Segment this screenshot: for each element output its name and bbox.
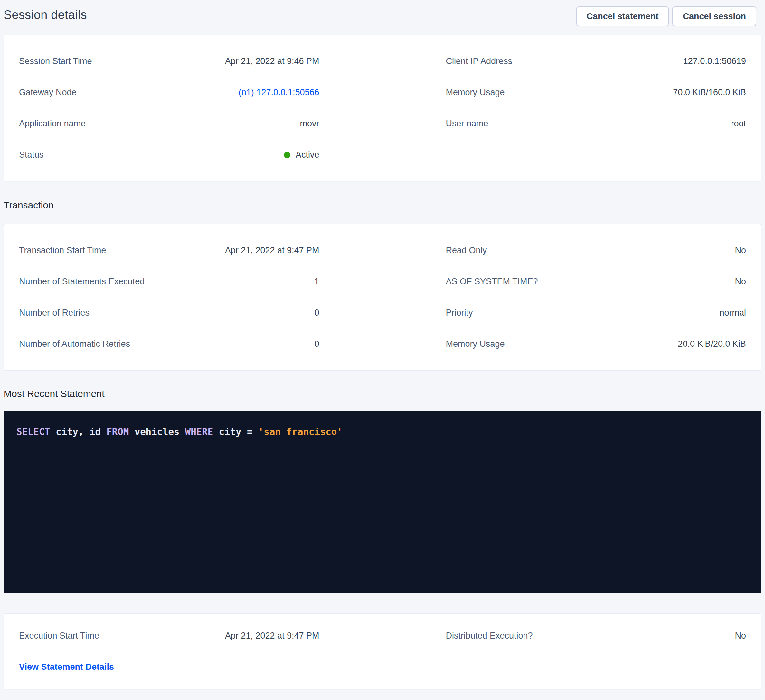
row-label: Distributed Execution?	[445, 631, 532, 641]
gateway-node-link[interactable]: (n1) 127.0.0.1:50566	[239, 88, 320, 97]
status-text: Active	[296, 150, 320, 160]
client-ip-row: Client IP Address 127.0.0.1:50619	[445, 46, 746, 77]
row-value: Apr 21, 2022 at 9:46 PM	[225, 56, 320, 66]
sql-keyword: FROM	[106, 426, 129, 437]
row-label: Transaction Start Time	[19, 245, 106, 256]
execution-start-time-row: Execution Start Time Apr 21, 2022 at 9:4…	[19, 620, 320, 651]
row-value: No	[735, 277, 746, 287]
row-value: 127.0.0.1:50619	[683, 56, 746, 66]
execution-card-right-column: Distributed Execution? No	[445, 620, 746, 683]
status-active-dot-icon	[284, 152, 290, 158]
row-label: Status	[19, 150, 44, 160]
as-of-system-time-row: AS OF SYSTEM TIME? No	[445, 266, 746, 297]
row-value: normal	[719, 308, 746, 318]
sql-keyword: SELECT	[16, 426, 50, 437]
row-value: No	[735, 245, 746, 256]
row-value: 0	[315, 339, 320, 349]
row-value: Apr 21, 2022 at 9:47 PM	[225, 245, 320, 256]
session-card-left-column: Session Start Time Apr 21, 2022 at 9:46 …	[19, 46, 320, 171]
session-details-page: Session details Cancel statement Cancel …	[0, 0, 765, 689]
row-label: Number of Automatic Retries	[19, 339, 130, 349]
transaction-card-left-column: Transaction Start Time Apr 21, 2022 at 9…	[19, 235, 320, 359]
sql-text: vehicles	[129, 426, 185, 437]
transaction-card-right-column: Read Only No AS OF SYSTEM TIME? No Prior…	[445, 235, 746, 359]
transaction-section-heading: Transaction	[3, 199, 762, 212]
row-label: Memory Usage	[445, 88, 505, 97]
session-start-time-row: Session Start Time Apr 21, 2022 at 9:46 …	[19, 46, 320, 77]
row-label: Memory Usage	[445, 339, 505, 349]
sql-text: city, id	[50, 426, 107, 437]
row-value: 20.0 KiB/20.0 KiB	[678, 339, 746, 349]
row-label: Client IP Address	[445, 56, 512, 66]
view-statement-details-row: View Statement Details	[19, 651, 320, 683]
number-of-retries-row: Number of Retries 0	[19, 297, 320, 328]
row-label: Number of Statements Executed	[19, 277, 145, 287]
most-recent-statement-heading: Most Recent Statement	[3, 387, 762, 400]
sql-statement: SELECT city, id FROM vehicles WHERE city…	[16, 425, 749, 438]
row-label: Number of Retries	[19, 308, 90, 318]
transaction-start-time-row: Transaction Start Time Apr 21, 2022 at 9…	[19, 235, 320, 266]
row-value: 0	[315, 308, 320, 318]
sql-text: city =	[213, 426, 258, 437]
sql-string-literal: 'san francisco'	[258, 426, 343, 437]
row-value: movr	[300, 119, 320, 129]
read-only-row: Read Only No	[445, 235, 746, 266]
transaction-card: Transaction Start Time Apr 21, 2022 at 9…	[3, 224, 762, 370]
statements-executed-row: Number of Statements Executed 1	[19, 266, 320, 297]
row-value: Apr 21, 2022 at 9:47 PM	[225, 631, 320, 641]
status-row: Status Active	[19, 139, 320, 171]
header-actions: Cancel statement Cancel session	[576, 6, 756, 27]
row-value: No	[735, 631, 746, 641]
transaction-memory-usage-row: Memory Usage 20.0 KiB/20.0 KiB	[445, 328, 746, 359]
memory-usage-row: Memory Usage 70.0 KiB/160.0 KiB	[445, 77, 746, 108]
gateway-node-row: Gateway Node (n1) 127.0.0.1:50566	[19, 77, 320, 108]
user-name-row: User name root	[445, 108, 746, 139]
cancel-statement-button[interactable]: Cancel statement	[576, 6, 669, 27]
execution-card-left-column: Execution Start Time Apr 21, 2022 at 9:4…	[19, 620, 320, 683]
row-label: Application name	[19, 119, 86, 129]
view-statement-details-link[interactable]: View Statement Details	[19, 662, 114, 672]
priority-row: Priority normal	[445, 297, 746, 328]
row-label: Gateway Node	[19, 88, 77, 97]
execution-details-card: Execution Start Time Apr 21, 2022 at 9:4…	[3, 614, 762, 689]
row-value: 1	[315, 277, 320, 287]
page-header: Session details Cancel statement Cancel …	[3, 0, 762, 35]
row-label: AS OF SYSTEM TIME?	[445, 277, 538, 287]
application-name-row: Application name movr	[19, 108, 320, 139]
automatic-retries-row: Number of Automatic Retries 0	[19, 328, 320, 359]
page-title: Session details	[3, 6, 87, 23]
row-value: 70.0 KiB/160.0 KiB	[673, 88, 746, 97]
row-label: Read Only	[445, 245, 487, 256]
sql-keyword: WHERE	[185, 426, 213, 437]
session-summary-card: Session Start Time Apr 21, 2022 at 9:46 …	[3, 35, 762, 181]
row-value: root	[731, 119, 746, 129]
row-label: Session Start Time	[19, 56, 92, 66]
row-label: Priority	[445, 308, 473, 318]
session-card-right-column: Client IP Address 127.0.0.1:50619 Memory…	[445, 46, 746, 171]
status-badge: Active	[284, 150, 320, 160]
row-label: Execution Start Time	[19, 631, 99, 641]
row-label: User name	[445, 119, 488, 129]
cancel-session-button[interactable]: Cancel session	[672, 6, 756, 27]
sql-statement-box: SELECT city, id FROM vehicles WHERE city…	[3, 411, 762, 593]
distributed-execution-row: Distributed Execution? No	[445, 620, 746, 651]
